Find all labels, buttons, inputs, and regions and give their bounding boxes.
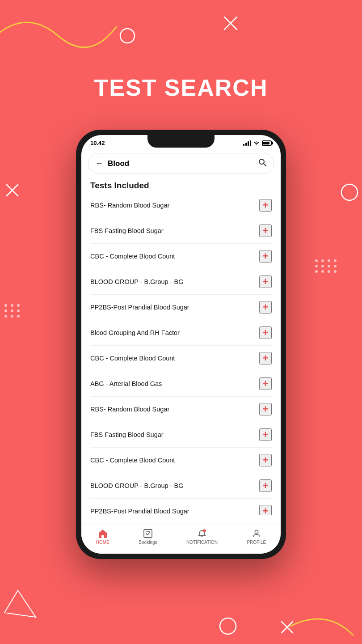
add-test-button[interactable]: + bbox=[259, 352, 272, 364]
add-test-button[interactable]: + bbox=[259, 377, 272, 390]
add-test-button[interactable]: + bbox=[259, 326, 272, 339]
svg-point-6 bbox=[220, 618, 236, 634]
test-list-item[interactable]: RBS- Random Blood Sugar + bbox=[90, 397, 272, 422]
add-test-button[interactable]: + bbox=[259, 250, 272, 263]
test-list-item[interactable]: ABG - Arterial Blood Gas + bbox=[90, 371, 272, 397]
add-test-button[interactable]: + bbox=[259, 479, 272, 492]
search-icon[interactable] bbox=[258, 158, 267, 169]
search-input[interactable]: Blood bbox=[108, 159, 253, 168]
test-name: Blood Grouping And RH Factor bbox=[90, 329, 259, 336]
svg-point-5 bbox=[341, 184, 358, 200]
test-name: PP2BS-Post Prandial Blood Sugar bbox=[90, 508, 259, 515]
test-list-item[interactable]: BLOOD GROUP - B.Group - BG + bbox=[90, 473, 272, 499]
notification-icon bbox=[197, 529, 207, 538]
dots-decoration-left bbox=[4, 304, 21, 318]
test-name: PP2BS-Post Prandial Blood Sugar bbox=[90, 304, 259, 311]
svg-line-3 bbox=[7, 185, 18, 196]
test-list-item[interactable]: PP2BS-Post Prandial Blood Sugar + bbox=[90, 499, 272, 515]
search-bar[interactable]: ← Blood bbox=[88, 153, 274, 174]
bookings-icon bbox=[143, 529, 153, 538]
add-test-button[interactable]: + bbox=[259, 454, 272, 466]
svg-line-8 bbox=[282, 622, 293, 633]
test-name: BLOOD GROUP - B.Group - BG bbox=[90, 482, 259, 489]
tests-section-header: Tests Included bbox=[90, 181, 272, 191]
back-arrow-icon[interactable]: ← bbox=[95, 159, 103, 168]
svg-point-13 bbox=[203, 529, 206, 532]
svg-point-0 bbox=[120, 29, 135, 43]
phone-screen: 10.42 bbox=[81, 135, 281, 554]
nav-label-notification: NOTIFICATION bbox=[186, 540, 218, 545]
test-name: ABG - Arterial Blood Gas bbox=[90, 380, 259, 387]
add-test-button[interactable]: + bbox=[259, 225, 272, 237]
nav-label-bookings: Bookings bbox=[139, 540, 157, 545]
test-list-item[interactable]: RBS- Random Blood Sugar + bbox=[90, 193, 272, 218]
phone-mockup: 10.42 bbox=[76, 130, 286, 559]
test-name: RBS- Random Blood Sugar bbox=[90, 406, 259, 413]
test-name: CBC - Complete Blood Count bbox=[90, 355, 259, 362]
test-list-item[interactable]: CBC - Complete Blood Count + bbox=[90, 448, 272, 473]
add-test-button[interactable]: + bbox=[259, 403, 272, 415]
wifi-icon bbox=[253, 140, 260, 146]
phone-shell: 10.42 bbox=[76, 130, 286, 559]
test-name: CBC - Complete Blood Count bbox=[90, 457, 259, 464]
profile-icon bbox=[251, 529, 262, 538]
test-list-item[interactable]: Blood Grouping And RH Factor + bbox=[90, 320, 272, 346]
add-test-button[interactable]: + bbox=[259, 301, 272, 314]
nav-label-home: HOME bbox=[96, 540, 109, 545]
test-list-item[interactable]: BLOOD GROUP - B.Group - BG + bbox=[90, 269, 272, 295]
add-test-button[interactable]: + bbox=[259, 428, 272, 441]
nav-item-profile[interactable]: PROFILE bbox=[247, 529, 266, 545]
nav-item-bookings[interactable]: Bookings bbox=[139, 529, 157, 545]
test-list-item[interactable]: PP2BS-Post Prandial Blood Sugar + bbox=[90, 295, 272, 320]
nav-label-profile: PROFILE bbox=[247, 540, 266, 545]
tests-section: Tests Included bbox=[81, 176, 281, 191]
test-list-item[interactable]: FBS Fasting Blood Sugar + bbox=[90, 218, 272, 244]
bottom-navigation: HOME Bookings NOTIFICA bbox=[81, 525, 281, 554]
battery-icon bbox=[262, 140, 272, 146]
svg-line-4 bbox=[7, 185, 18, 196]
home-icon bbox=[97, 529, 108, 538]
svg-line-1 bbox=[224, 17, 237, 30]
add-test-button[interactable]: + bbox=[259, 505, 272, 515]
status-icons bbox=[243, 140, 272, 146]
svg-line-10 bbox=[264, 164, 266, 166]
add-test-button[interactable]: + bbox=[259, 275, 272, 288]
test-list-item[interactable]: FBS Fasting Blood Sugar + bbox=[90, 422, 272, 448]
nav-item-home[interactable]: HOME bbox=[96, 529, 109, 545]
test-name: RBS- Random Blood Sugar bbox=[90, 202, 259, 209]
test-name: FBS Fasting Blood Sugar bbox=[90, 227, 259, 234]
svg-line-7 bbox=[282, 622, 293, 633]
test-name: BLOOD GROUP - B.Group - BG bbox=[90, 278, 259, 285]
test-list[interactable]: RBS- Random Blood Sugar + FBS Fasting Bl… bbox=[81, 193, 281, 515]
test-name: FBS Fasting Blood Sugar bbox=[90, 431, 259, 438]
svg-line-2 bbox=[224, 17, 237, 30]
test-name: CBC - Complete Blood Count bbox=[90, 253, 259, 260]
svg-point-14 bbox=[255, 530, 258, 534]
page-title: TEST SEARCH bbox=[0, 74, 362, 101]
add-test-button[interactable]: + bbox=[259, 199, 272, 212]
svg-rect-11 bbox=[144, 530, 152, 538]
test-list-item[interactable]: CBC - Complete Blood Count + bbox=[90, 244, 272, 269]
dots-decoration-right bbox=[315, 259, 337, 273]
test-list-item[interactable]: CBC - Complete Blood Count + bbox=[90, 346, 272, 371]
status-time: 10.42 bbox=[90, 140, 105, 146]
nav-item-notification[interactable]: NOTIFICATION bbox=[186, 529, 218, 545]
signal-icon bbox=[243, 140, 251, 146]
phone-notch bbox=[147, 135, 215, 148]
